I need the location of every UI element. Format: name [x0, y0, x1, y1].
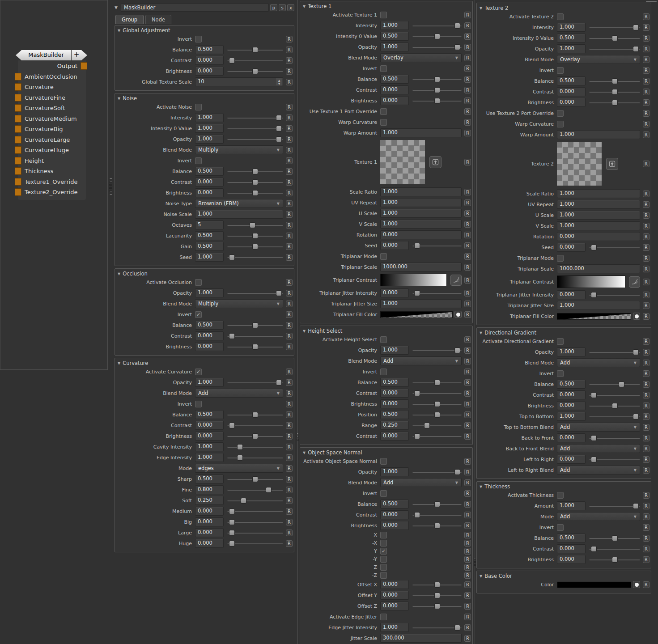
collapse-icon[interactable]: ▼: [118, 361, 120, 365]
lacunarity-value-field[interactable]: 0.500: [195, 231, 224, 240]
balance-slider[interactable]: [589, 535, 640, 542]
brightness-slider[interactable]: [412, 522, 462, 529]
intensity-slider[interactable]: [412, 22, 462, 29]
huge-slider[interactable]: [227, 540, 283, 547]
contrast-value-field[interactable]: 0.000: [557, 87, 586, 96]
slider-thumb-icon[interactable]: [454, 347, 460, 353]
x-checkbox[interactable]: [380, 532, 387, 538]
opacity-value-field[interactable]: 1.000: [195, 135, 224, 144]
offset-x-value-field[interactable]: 0.000: [380, 580, 409, 589]
reset-button-brightness[interactable]: R: [643, 99, 650, 106]
reset-button-balance[interactable]: R: [286, 411, 293, 418]
invert-checkbox[interactable]: [195, 157, 202, 164]
reset-button-contrast[interactable]: R: [286, 57, 293, 64]
slider-thumb-icon[interactable]: [252, 233, 258, 239]
reset-button-triplanar-scale[interactable]: R: [643, 266, 650, 272]
collapse-icon[interactable]: ▼: [118, 272, 120, 276]
left-to-right-value-field[interactable]: 0.000: [557, 455, 586, 464]
opacity-value-field[interactable]: 1.000: [380, 467, 409, 476]
reset-button-x[interactable]: R: [464, 540, 471, 547]
opacity-value-field[interactable]: 1.000: [380, 346, 409, 355]
slider-thumb-icon[interactable]: [633, 414, 639, 419]
seed-slider[interactable]: [589, 244, 640, 251]
brightness-slider[interactable]: [589, 402, 640, 409]
offset-y-slider[interactable]: [412, 592, 462, 599]
brightness-value-field[interactable]: 0.000: [557, 98, 586, 107]
reset-button-activate-directional-gradient[interactable]: R: [643, 338, 650, 345]
rotation-field[interactable]: 0.000: [557, 232, 640, 241]
reset-button-brightness[interactable]: R: [286, 190, 293, 196]
reset-button-scale-ratio[interactable]: R: [643, 191, 650, 197]
collapse-icon[interactable]: ▼: [480, 6, 482, 10]
balance-slider[interactable]: [227, 47, 283, 53]
color-picker-button[interactable]: [633, 581, 640, 588]
reset-button-balance[interactable]: R: [643, 535, 650, 542]
slider-thumb-icon[interactable]: [252, 412, 258, 418]
slider-thumb-icon[interactable]: [434, 34, 440, 39]
opacity-value-field[interactable]: 1.000: [380, 42, 409, 51]
contrast-value-field[interactable]: 0.000: [195, 178, 224, 186]
soft-value-field[interactable]: 0.250: [195, 496, 224, 505]
amount-value-field[interactable]: 1.000: [557, 501, 586, 510]
triplanar-contrast-gradient-swatch[interactable]: [557, 275, 625, 288]
reset-button-texture-2[interactable]: R: [643, 161, 650, 167]
reset-button-balance[interactable]: R: [286, 168, 293, 175]
triplanar-fill-color-picker-button[interactable]: [633, 313, 640, 320]
slider-thumb-icon[interactable]: [434, 523, 440, 529]
noise-type-dropdown[interactable]: Brownian (FBM)▼: [195, 199, 283, 208]
reset-button-contrast[interactable]: R: [464, 433, 471, 440]
reset-button-amount[interactable]: R: [643, 503, 650, 509]
invert-checkbox[interactable]: [380, 65, 387, 72]
top-to-bottom-slider[interactable]: [589, 413, 640, 420]
reset-button-opacity[interactable]: R: [286, 290, 293, 297]
reset-button-texture-1[interactable]: R: [464, 159, 471, 165]
opacity-slider[interactable]: [412, 44, 462, 51]
collapse-icon[interactable]: ▼: [115, 5, 121, 10]
reset-button-fine[interactable]: R: [286, 487, 293, 493]
seed-slider[interactable]: [412, 242, 462, 249]
slider-thumb-icon[interactable]: [414, 390, 420, 396]
slider-thumb-icon[interactable]: [229, 519, 235, 525]
reset-button-triplanar-jitter-intensity[interactable]: R: [464, 290, 471, 297]
reset-button-blend-mode[interactable]: R: [464, 358, 471, 364]
reset-button-balance[interactable]: R: [643, 381, 650, 388]
slider-thumb-icon[interactable]: [229, 423, 235, 428]
large-value-field[interactable]: 0.000: [195, 528, 224, 537]
reset-button-activate-height-select[interactable]: R: [464, 336, 471, 343]
slider-thumb-icon[interactable]: [633, 46, 639, 52]
slider-thumb-icon[interactable]: [252, 322, 258, 328]
slider-thumb-icon[interactable]: [252, 68, 258, 74]
contrast-value-field[interactable]: 0.000: [557, 544, 586, 553]
balance-value-field[interactable]: 0.500: [380, 378, 409, 387]
reset-button-back-to-front-blend[interactable]: R: [643, 445, 650, 452]
reset-button-opacity[interactable]: R: [464, 44, 471, 51]
reset-button-use-texture-1-port-override[interactable]: R: [464, 108, 471, 115]
reset-button-blend-mode[interactable]: R: [286, 390, 293, 397]
reset-button-brightness[interactable]: R: [286, 433, 293, 440]
reset-button-activate-occlusion[interactable]: R: [286, 279, 293, 286]
position-slider[interactable]: [412, 411, 462, 418]
reset-button-intensity[interactable]: R: [464, 22, 471, 29]
add-port-button[interactable]: +: [71, 50, 81, 60]
stepper-arrows[interactable]: ▲▼: [276, 78, 282, 85]
intensity-0-value-value-field[interactable]: 0.500: [557, 34, 586, 42]
invert-checkbox[interactable]: ✓: [195, 311, 202, 318]
triplanar-scale-field[interactable]: 1000.000: [557, 264, 640, 273]
reset-button-use-texture-2-port-override[interactable]: R: [643, 110, 650, 117]
scale-ratio-field[interactable]: 1.000: [380, 187, 462, 196]
reset-button-sharp[interactable]: R: [286, 476, 293, 483]
reset-button-contrast[interactable]: R: [464, 87, 471, 93]
slider-thumb-icon[interactable]: [591, 392, 597, 398]
offset-z-value-field[interactable]: 0.000: [380, 602, 409, 610]
slider-thumb-icon[interactable]: [434, 412, 440, 418]
brightness-value-field[interactable]: 0.000: [380, 96, 409, 105]
activate-directional-gradient-checkbox[interactable]: [557, 338, 564, 345]
opacity-slider[interactable]: [412, 469, 462, 475]
reset-button-huge[interactable]: R: [286, 540, 293, 547]
slider-thumb-icon[interactable]: [434, 582, 440, 588]
reset-button-blend-mode[interactable]: R: [643, 360, 650, 366]
invert-checkbox[interactable]: [195, 36, 202, 42]
seed-value-field[interactable]: 0.000: [557, 243, 586, 252]
balance-value-field[interactable]: 0.500: [195, 45, 224, 54]
reset-button-offset-z[interactable]: R: [464, 603, 471, 610]
